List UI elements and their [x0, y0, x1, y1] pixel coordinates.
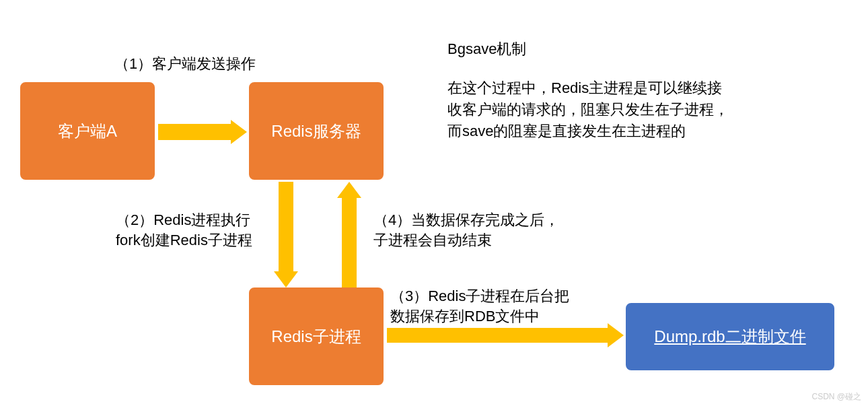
box-dump-rdb: Dump.rdb二进制文件	[626, 303, 834, 370]
watermark: CSDN @碰之	[811, 391, 861, 403]
arrow-3-head	[608, 323, 624, 347]
box-redis-server-label: Redis服务器	[271, 121, 361, 142]
diagram-title: Bgsave机制	[447, 39, 526, 59]
arrow-1-label: （1）客户端发送操作	[114, 54, 256, 74]
arrow-3-shaft	[387, 328, 609, 343]
box-redis-child: Redis子进程	[249, 287, 384, 385]
arrow-2-head	[274, 271, 298, 287]
arrow-4-label: （4）当数据保存完成之后， 子进程会自动结束	[373, 210, 559, 250]
box-client-a: 客户端A	[20, 82, 155, 180]
diagram-description: 在这个过程中，Redis主进程是可以继续接收客户端的请求的，阻塞只发生在子进程，…	[447, 77, 737, 142]
box-client-a-label: 客户端A	[58, 121, 117, 142]
box-redis-server: Redis服务器	[249, 82, 384, 180]
arrow-1-shaft	[158, 124, 232, 140]
diagram-canvas: 客户端A Redis服务器 Redis子进程 Dump.rdb二进制文件 （1）…	[0, 0, 868, 406]
arrow-2-shaft	[279, 182, 293, 273]
arrow-1-head	[231, 120, 247, 144]
box-dump-rdb-label: Dump.rdb二进制文件	[654, 326, 805, 347]
arrow-3-label: （3）Redis子进程在后台把 数据保存到RDB文件中	[390, 286, 569, 326]
box-redis-child-label: Redis子进程	[271, 326, 361, 347]
arrow-2-label: （2）Redis进程执行 fork创建Redis子进程	[116, 210, 252, 250]
arrow-4-shaft	[342, 198, 357, 287]
arrow-4-head	[337, 182, 361, 198]
